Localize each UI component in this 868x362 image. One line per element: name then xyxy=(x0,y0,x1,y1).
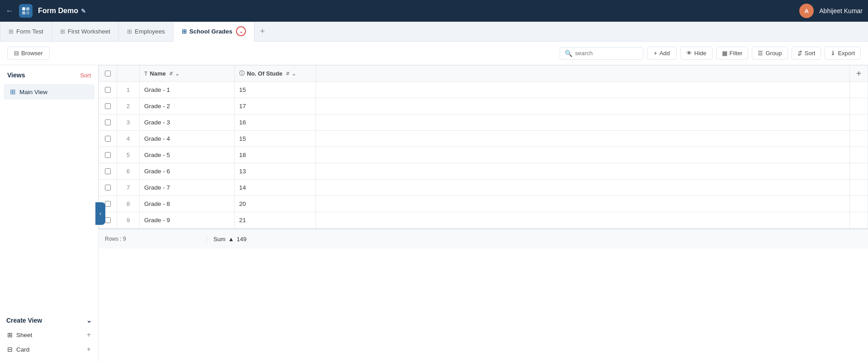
tab-school-grades-icon: ⊞ xyxy=(182,28,187,35)
group-icon: ☰ xyxy=(758,50,763,57)
row-add-cell xyxy=(850,82,868,98)
row-add-cell xyxy=(850,196,868,212)
row-name-cell[interactable]: Grade - 9 xyxy=(140,212,235,229)
tab-school-grades[interactable]: ⊞ School Grades ⌄ xyxy=(174,22,255,42)
tab-form-test[interactable]: ⊞ Form Test xyxy=(0,22,52,41)
row-checkbox[interactable] xyxy=(105,152,111,158)
row-checkbox[interactable] xyxy=(105,136,111,142)
row-empty-cell xyxy=(316,131,850,147)
row-add-cell xyxy=(850,147,868,163)
row-add-cell xyxy=(850,114,868,131)
search-box[interactable]: 🔍 xyxy=(560,47,643,60)
row-add-cell xyxy=(850,212,868,229)
th-add-col[interactable]: + xyxy=(850,66,868,82)
table-row: 4 Grade - 4 15 xyxy=(99,131,868,147)
browser-button[interactable]: ⊟ Browser xyxy=(7,47,50,60)
name-col-label: Name xyxy=(150,70,165,77)
add-card-icon[interactable]: + xyxy=(87,345,91,353)
add-column-button[interactable]: + xyxy=(850,66,868,81)
row-name-cell[interactable]: Grade - 7 xyxy=(140,180,235,196)
group-button[interactable]: ☰ Group xyxy=(752,47,788,60)
create-card-item[interactable]: ⊟ Card + xyxy=(6,342,92,357)
row-number-cell: 7 xyxy=(117,180,140,196)
table-footer: Rows : 9 Sum ▲ 149 xyxy=(99,229,868,248)
row-number-cell: 8 xyxy=(117,196,140,212)
row-empty-cell xyxy=(316,196,850,212)
app-title: Form Demo xyxy=(38,7,78,15)
th-checkbox xyxy=(99,66,117,82)
row-name-cell[interactable]: Grade - 3 xyxy=(140,114,235,131)
row-checkbox[interactable] xyxy=(105,103,111,109)
row-name-cell[interactable]: Grade - 1 xyxy=(140,82,235,98)
th-empty xyxy=(316,66,850,82)
user-avatar[interactable]: A xyxy=(799,4,814,18)
create-view-header[interactable]: Create View ⌄ xyxy=(6,315,92,328)
add-button[interactable]: + Add xyxy=(647,47,677,60)
row-name-cell[interactable]: Grade - 6 xyxy=(140,163,235,180)
students-col-filter-icon[interactable]: ⌄ xyxy=(292,71,296,77)
sidebar-header: Views Sort xyxy=(0,65,98,83)
row-checkbox[interactable] xyxy=(105,201,111,207)
th-students[interactable]: ⓘ No. Of Stude ⇵ ⌄ xyxy=(235,66,316,82)
tab-employees-label: Employees xyxy=(135,28,165,35)
th-name[interactable]: T Name ⇵ ⌄ xyxy=(140,66,235,82)
hide-icon: 👁 xyxy=(686,50,692,57)
sidebar-sort-button[interactable]: Sort xyxy=(80,72,91,79)
row-name-cell[interactable]: Grade - 4 xyxy=(140,131,235,147)
user-name: Abhijeet Kumar xyxy=(819,7,863,14)
table-header-row: T Name ⇵ ⌄ ⓘ No. Of Stude ⇵ ⌄ xyxy=(99,66,868,82)
row-add-cell xyxy=(850,131,868,147)
row-number-cell: 5 xyxy=(117,147,140,163)
row-name-cell[interactable]: Grade - 8 xyxy=(140,196,235,212)
row-students-cell: 18 xyxy=(235,147,316,163)
hide-button[interactable]: 👁 Hide xyxy=(680,47,712,60)
sheet-icon: ⊞ xyxy=(7,331,13,338)
add-sheet-icon[interactable]: + xyxy=(87,331,91,339)
sort-icon: ⇵ xyxy=(797,50,802,57)
tab-employees-icon: ⊞ xyxy=(127,28,132,35)
toolbar: ⊟ Browser 🔍 + Add 👁 Hide ▦ Filter ☰ Grou… xyxy=(0,42,868,65)
name-col-sort-icon[interactable]: ⇵ xyxy=(169,71,173,76)
sidebar: Views Sort ⊞ Main View Create View ⌄ ⊞ S… xyxy=(0,65,99,362)
sidebar-toggle-button[interactable]: ‹ xyxy=(95,202,105,225)
row-number-cell: 1 xyxy=(117,82,140,98)
group-label: Group xyxy=(765,50,782,57)
table-row: 2 Grade - 2 17 xyxy=(99,98,868,114)
sort-button[interactable]: ⇵ Sort xyxy=(792,47,821,60)
edit-title-icon[interactable]: ✎ xyxy=(81,8,86,14)
table-row: 3 Grade - 3 16 xyxy=(99,114,868,131)
row-checkbox-cell xyxy=(99,180,117,196)
row-checkbox[interactable] xyxy=(105,87,111,93)
add-tab-button[interactable]: + xyxy=(255,22,270,41)
name-col-type-icon: T xyxy=(144,71,147,77)
row-students-cell: 14 xyxy=(235,180,316,196)
name-col-filter-icon[interactable]: ⌄ xyxy=(175,71,179,77)
main-layout: Views Sort ⊞ Main View Create View ⌄ ⊞ S… xyxy=(0,65,868,362)
table-row: 8 Grade - 8 20 xyxy=(99,196,868,212)
row-name-cell[interactable]: Grade - 2 xyxy=(140,98,235,114)
filter-button[interactable]: ▦ Filter xyxy=(716,47,749,60)
create-view-title: Create View xyxy=(6,317,42,324)
row-name-cell[interactable]: Grade - 5 xyxy=(140,147,235,163)
row-checkbox[interactable] xyxy=(105,168,111,174)
sheet-label: Sheet xyxy=(16,332,32,338)
row-checkbox[interactable] xyxy=(105,119,111,125)
row-students-cell: 17 xyxy=(235,98,316,114)
tab-dropdown-btn[interactable]: ⌄ xyxy=(236,26,246,36)
export-button[interactable]: ⇓ Export xyxy=(825,47,861,60)
select-all-checkbox[interactable] xyxy=(105,71,111,76)
row-checkbox[interactable] xyxy=(105,217,111,223)
back-button[interactable]: ← xyxy=(5,6,14,16)
create-sheet-left: ⊞ Sheet xyxy=(7,331,32,338)
row-checkbox[interactable] xyxy=(105,185,111,191)
row-empty-cell xyxy=(316,163,850,180)
search-input[interactable] xyxy=(575,50,638,57)
sidebar-main-view[interactable]: ⊞ Main View xyxy=(4,84,94,100)
table-body: 1 Grade - 1 15 2 Grade - 2 1 xyxy=(99,82,868,229)
row-add-cell xyxy=(850,98,868,114)
students-col-sort-icon[interactable]: ⇵ xyxy=(286,71,289,76)
tab-first-worksheet[interactable]: ⊞ First Worksheet xyxy=(52,22,119,41)
create-sheet-item[interactable]: ⊞ Sheet + xyxy=(6,328,92,342)
tab-employees[interactable]: ⊞ Employees xyxy=(119,22,174,41)
tab-bar: ⊞ Form Test ⊞ First Worksheet ⊞ Employee… xyxy=(0,22,868,42)
